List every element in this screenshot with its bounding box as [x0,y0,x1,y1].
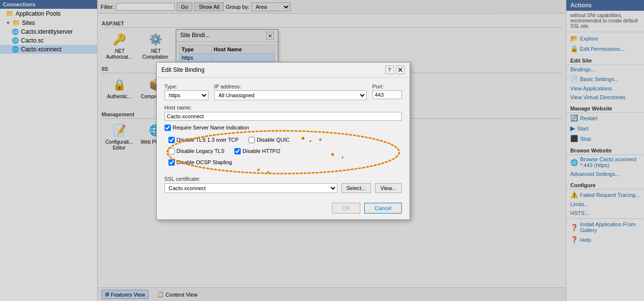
port-input[interactable] [373,90,402,99]
svg-point-6 [257,169,259,171]
dialog-controls: ? ✕ [385,65,405,74]
disable-tls13-checkbox[interactable] [168,137,175,143]
edit-site-binding-dialog: Edit Site Binding ? ✕ Type: https IP add… [156,62,410,220]
ok-button[interactable]: OK [332,203,360,214]
ip-select[interactable]: All Unassigned [214,90,367,100]
require-sni-label: Require Server Name Indication [173,125,249,130]
disable-ocsp-checkbox[interactable] [168,159,175,166]
tls-options-area: Disable TLS 1.3 over TCP Disable QUIC Di… [165,133,402,172]
dialog-titlebar: Edit Site Binding ? ✕ [157,63,410,78]
ip-label: IP address: [214,84,367,89]
select-cert-button[interactable]: Select... [341,183,372,193]
require-sni-row: Require Server Name Indication [165,125,402,131]
disable-tls13-row: Disable TLS 1.3 over TCP [168,137,239,143]
ssl-cert-label: SSL certificate: [165,176,201,182]
cancel-button[interactable]: Cancel [364,203,401,214]
ip-field-group: IP address: All Unassigned [214,84,367,100]
view-cert-button[interactable]: View... [375,183,401,193]
ssl-cert-row: Cacto.xconnect Select... View... [165,183,402,193]
hostname-label: Host name: [165,105,192,110]
dialog-help-button[interactable]: ? [385,65,394,74]
tls-quic-row: Disable TLS 1.3 over TCP Disable QUIC [168,137,398,145]
disable-legacy-label: Disable Legacy TLS [177,148,225,154]
disable-http2-checkbox[interactable] [234,148,241,154]
dialog-footer: OK Cancel [157,199,410,219]
disable-ocsp-label: Disable OCSP Stapling [177,159,232,165]
disable-quic-checkbox[interactable] [249,137,255,143]
modal-overlay: Edit Site Binding ? ✕ Type: https IP add… [0,0,644,301]
dialog-body: Type: https IP address: All Unassigned P… [157,78,410,199]
svg-point-7 [267,171,269,173]
disable-ocsp-row: Disable OCSP Stapling [168,159,398,166]
disable-quic-row: Disable QUIC [249,137,290,143]
dialog-close-button[interactable]: ✕ [396,65,405,74]
disable-tls13-label: Disable TLS 1.3 over TCP [177,137,239,143]
type-field-group: Type: https [165,84,208,100]
ssl-cert-select[interactable]: Cacto.xconnect [165,183,337,193]
disable-http2-row: Disable HTTP/2 [234,148,281,154]
disable-legacy-row: Disable Legacy TLS [168,148,225,154]
dialog-title: Edit Site Binding [162,66,205,73]
svg-point-5 [341,156,343,158]
type-label: Type: [165,84,208,89]
require-sni-checkbox[interactable] [165,125,171,131]
port-label: Port: [373,84,402,89]
type-ip-port-row: Type: https IP address: All Unassigned P… [165,84,402,100]
disable-legacy-checkbox[interactable] [168,148,175,154]
disable-http2-label: Disable HTTP/2 [243,148,281,154]
port-field-group: Port: [373,84,402,99]
disable-quic-label: Disable QUIC [257,137,290,143]
hostname-group: Host name: [165,104,402,121]
hostname-input[interactable] [165,112,402,121]
legacy-http2-row: Disable Legacy TLS Disable HTTP/2 [168,148,398,156]
ssl-cert-section: SSL certificate: Cacto.xconnect Select..… [165,175,402,193]
type-select[interactable]: https [165,90,208,100]
